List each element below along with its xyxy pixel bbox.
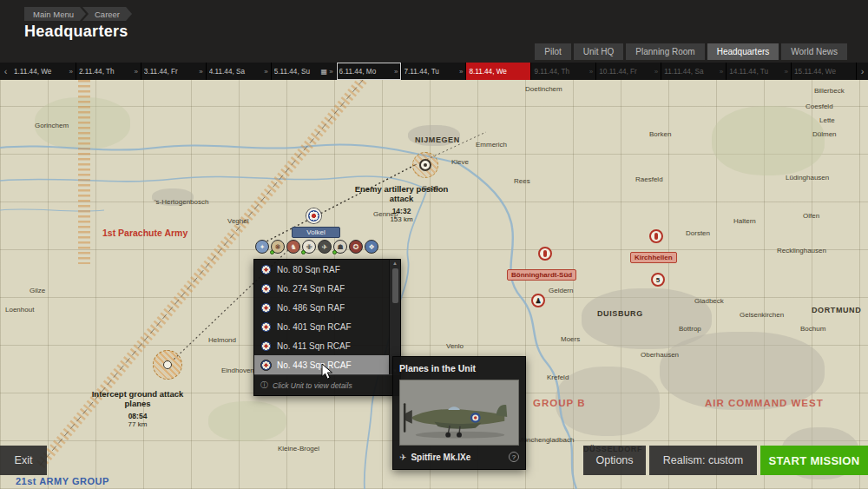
timeline-date-cell[interactable]: 11.11.44, Sa » (661, 63, 727, 80)
timeline-date-cell[interactable]: 8.11.44, We (466, 63, 531, 80)
map-label: NIJMEGEN (415, 135, 460, 144)
map-label: Venlo (446, 342, 464, 350)
timeline-date-label: 5.11.44, Su (274, 68, 320, 76)
enemy-unit-emblem-icon[interactable]: 5 (651, 273, 665, 287)
tab[interactable]: Pilot (535, 43, 570, 60)
timeline: ‹ 1.11.44, We » 2.11.44, Th » 3.11.44, F… (0, 63, 868, 80)
unit-dropdown-item[interactable]: No. 411 Sqn RCAF (254, 336, 389, 355)
airfield-label-bonninghardt[interactable]: Bönninghardt-Süd (507, 269, 576, 281)
skip-forward-icon[interactable]: » (394, 68, 398, 76)
airfield-bar-icon (543, 250, 547, 257)
map-label: Recklinghausen (777, 247, 826, 254)
mission-artillery-attack[interactable]: Enemy artillery position attack 14:32 15… (347, 184, 456, 223)
ready-dot-icon (332, 250, 337, 254)
timeline-date-cell[interactable]: 15.11.44, We (792, 63, 857, 80)
map[interactable]: Gorinchem Doetinchem Billerbeck Coesfeld… (0, 80, 868, 489)
skip-forward-icon[interactable]: » (589, 68, 593, 76)
tab[interactable]: Unit HQ (574, 43, 624, 60)
timeline-date-cell[interactable]: 4.11.44, Sa » (207, 63, 272, 80)
map-label: Helmond (208, 336, 236, 344)
squadron-emblem-icon[interactable]: ✪ (349, 240, 363, 254)
tab[interactable]: World News (781, 43, 847, 60)
timeline-date-cell[interactable]: 9.11.44, Th » (531, 63, 596, 80)
mission-intercept[interactable]: Intercept ground attack planes 08:54 77 … (83, 389, 192, 428)
start-mission-button[interactable]: START MISSION (760, 446, 868, 475)
timeline-date-cell[interactable]: 1.11.44, We » (11, 63, 76, 80)
skip-forward-icon[interactable]: » (329, 68, 332, 76)
tab[interactable]: Planning Room (626, 43, 704, 60)
breadcrumb-main-menu[interactable]: Main Menu (24, 7, 86, 21)
skip-forward-icon[interactable]: » (785, 68, 788, 76)
map-label: Dorsten (686, 229, 710, 237)
timeline-next-icon[interactable]: › (857, 63, 868, 80)
squadron-emblem-icon[interactable]: ♞ (286, 240, 300, 254)
realism-button[interactable]: Realism: custom (649, 446, 757, 475)
airfield-label-kirchhellen[interactable]: Kirchhellen (630, 252, 677, 263)
raf-base-roundel-icon[interactable] (306, 208, 321, 223)
unit-dropdown-item[interactable]: No. 401 Sqn RCAF (254, 317, 389, 336)
mission-time: 14:32 (347, 207, 456, 215)
squadron-emblem-icon[interactable]: ✙ (302, 240, 316, 254)
timeline-date-cell[interactable]: 7.11.44, Tu » (402, 63, 467, 80)
squadron-emblem-icon[interactable]: ❖ (365, 240, 378, 254)
unit-dropdown-item[interactable]: No. 80 Sqn RAF (254, 260, 389, 279)
squadron-emblem-icon[interactable]: ✦ (255, 240, 269, 254)
timeline-date-cell[interactable]: 5.11.44, Su ▦ » (272, 63, 337, 80)
enemy-airfield-icon[interactable] (538, 247, 552, 261)
skip-forward-icon[interactable]: » (199, 68, 202, 76)
timeline-prev-icon[interactable]: ‹ (0, 63, 11, 80)
raf-roundel-icon (260, 302, 272, 314)
unit-dropdown-item[interactable]: No. 486 Sqn RAF (254, 298, 389, 317)
raf-roundel-icon (260, 340, 272, 352)
map-label: Dülmen (812, 130, 837, 138)
timeline-date-label: 1.11.44, We (14, 68, 66, 76)
map-label: 's-Hertogenbosch (155, 198, 208, 206)
enemy-unit-emblem-icon[interactable]: ♟ (531, 294, 545, 307)
options-button[interactable]: Options (583, 446, 646, 475)
timeline-date-cell[interactable]: 3.11.44, Fr » (141, 63, 207, 80)
timeline-date-cell[interactable]: 14.11.44, Tu » (727, 63, 792, 80)
emblem-glyph: ✪ (353, 243, 359, 251)
skip-forward-icon[interactable]: » (459, 68, 463, 76)
airfield-bar-icon (654, 233, 658, 240)
map-label: Gilze (30, 287, 45, 294)
map-label: AIR COMMAND WEST (705, 398, 824, 408)
raf-roundel-icon (260, 321, 272, 333)
map-label: Coesfeld (806, 102, 833, 110)
squadron-emblem-icon[interactable]: ☗ (333, 240, 347, 254)
skip-forward-icon[interactable]: » (69, 68, 72, 76)
base-label-volkel[interactable]: Volkel (292, 227, 340, 238)
breadcrumb-career[interactable]: Career (82, 7, 132, 21)
tab[interactable]: Headquarters (707, 43, 779, 60)
help-icon[interactable]: ? (509, 452, 519, 462)
squadron-emblem-icon[interactable]: ✈ (318, 240, 332, 254)
map-label: Olfen (803, 212, 819, 220)
raf-roundel-icon (260, 264, 272, 275)
timeline-date-cell[interactable]: 10.11.44, Fr » (596, 63, 661, 80)
unit-name: No. 401 Sqn RCAF (277, 322, 352, 332)
unit-name: No. 274 Sqn RAF (277, 284, 345, 294)
timeline-date-cell[interactable]: 6.11.44, Mo » (337, 63, 402, 80)
unit-dropdown-item[interactable]: No. 274 Sqn RAF (254, 279, 389, 298)
map-label: Moers (561, 335, 580, 343)
intercept-marker-icon[interactable] (153, 350, 182, 380)
squadron-emblem-icon[interactable]: ❋ (271, 240, 285, 254)
exit-button[interactable]: Exit (0, 446, 47, 475)
scrollbar-thumb[interactable] (392, 268, 398, 303)
unit-tooltip: Planes in the Unit (392, 356, 526, 470)
skip-forward-icon[interactable]: » (264, 68, 267, 76)
timeline-date-cell[interactable]: 2.11.44, Th » (76, 63, 141, 80)
artillery-target-icon[interactable] (412, 152, 438, 178)
map-label: 21st ARMY GROUP (16, 476, 109, 486)
skip-forward-icon[interactable]: » (134, 68, 137, 76)
map-label: Bottrop (679, 325, 701, 333)
skip-forward-icon[interactable]: » (654, 68, 658, 76)
timeline-date-label: 3.11.44, Fr (144, 68, 196, 76)
enemy-airfield-icon[interactable] (649, 229, 663, 243)
unit-list: No. 80 Sqn RAF No. 274 Sqn RAF No. 486 S… (254, 260, 389, 374)
map-label: Raesfeld (635, 175, 663, 183)
map-label: Loenhout (5, 306, 34, 314)
scroll-up-icon[interactable]: ▲ (392, 261, 398, 266)
mission-distance: 153 km (347, 215, 456, 223)
skip-forward-icon[interactable]: » (720, 68, 723, 76)
